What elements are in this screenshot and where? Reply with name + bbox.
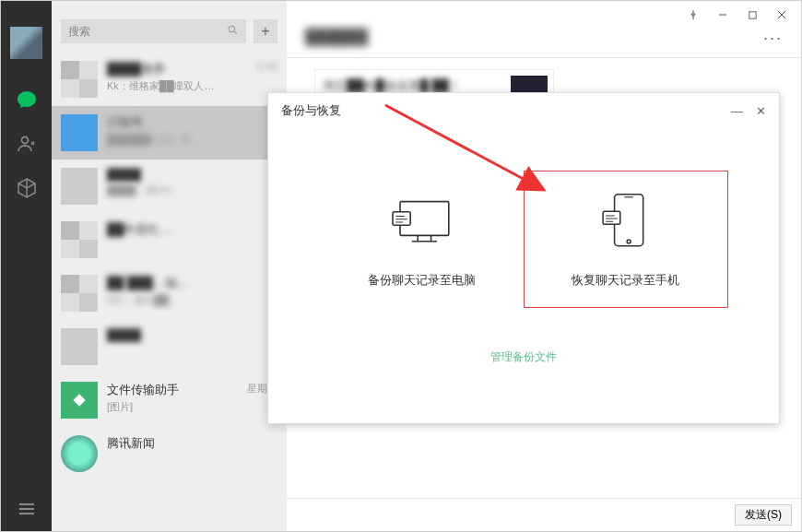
avatar[interactable] — [10, 27, 42, 59]
svg-point-6 — [627, 240, 631, 243]
nav-bar — [1, 1, 52, 531]
backup-to-pc-option[interactable]: 备份聊天记录至电脑 — [321, 171, 524, 307]
manage-backup-link[interactable]: 管理备份文件 — [490, 350, 557, 363]
dialog-title: 备份与恢复 — [281, 102, 341, 119]
chat-preview: 003：撤回██… — [107, 293, 277, 307]
menu-icon[interactable] — [15, 497, 39, 521]
chat-preview: ████：[图片] — [107, 183, 277, 197]
chat-title: 文件传输助手 — [107, 382, 179, 398]
chat-title: 腾讯新闻 — [107, 435, 155, 452]
chat-item[interactable]: ████惠券9:28Kk：维格家██瞳双人… — [52, 53, 287, 106]
contacts-icon[interactable] — [15, 132, 39, 156]
restore-to-phone-option[interactable]: 恢复聊天记录至手机 — [525, 171, 727, 307]
svg-point-0 — [21, 137, 28, 144]
collection-icon[interactable] — [15, 176, 39, 200]
chat-title: ██ ███…福… — [107, 275, 189, 291]
titlebar — [287, 1, 801, 29]
chat-list: ████惠券9:28Kk：维格家██瞳双人…订阅号██████红包］零…████… — [52, 53, 287, 531]
search-placeholder: 搜索 — [68, 24, 90, 40]
chat-item[interactable]: 文件传输助手星期…[图片] — [52, 373, 287, 427]
chat-header-name: ██████ — [305, 29, 368, 45]
chat-title: ████惠券 — [107, 61, 165, 77]
restore-label: 恢复聊天记录至手机 — [525, 272, 727, 289]
chat-preview: [图片] — [107, 400, 277, 414]
chat-avatar — [61, 114, 98, 151]
chat-avatar — [61, 435, 98, 472]
chat-avatar — [61, 275, 98, 312]
chat-title: 订阅号 — [107, 114, 143, 131]
chat-preview: ██████红包］零… — [107, 133, 277, 147]
chat-item[interactable]: ████ — [52, 320, 287, 373]
chat-avatar — [61, 61, 98, 98]
chat-preview: Kk：维格家██瞳双人… — [107, 79, 277, 93]
svg-rect-4 — [393, 211, 410, 224]
chat-time: 9:28 — [258, 61, 277, 77]
chat-title: ████ — [107, 328, 141, 342]
backup-label: 备份聊天记录至电脑 — [321, 272, 524, 289]
chat-item[interactable]: ██外卖红… — [52, 213, 287, 266]
chat-item[interactable]: ████████：[图片] — [52, 160, 287, 213]
chat-item[interactable]: ██ ███…福…003：撤回██… — [52, 266, 287, 320]
dialog-close-icon[interactable]: ✕ — [756, 104, 766, 118]
chat-avatar — [61, 221, 98, 258]
chat-avatar — [61, 168, 98, 205]
minimize-icon[interactable] — [716, 8, 729, 21]
svg-rect-7 — [603, 211, 620, 224]
backup-restore-dialog: 备份与恢复 — ✕ 备份聊天记录至电脑 恢复聊天记录至手机 — [267, 92, 780, 424]
chat-avatar — [61, 328, 98, 365]
svg-rect-2 — [749, 11, 755, 18]
search-input[interactable]: 搜索 — [61, 19, 246, 43]
add-button[interactable]: + — [254, 19, 277, 43]
chat-sidebar: 搜索 + ████惠券9:28Kk：维格家██瞳双人…订阅号██████红包］零… — [52, 1, 287, 531]
chat-icon[interactable] — [15, 88, 39, 112]
svg-point-1 — [229, 26, 235, 32]
chat-item[interactable]: 腾讯新闻 — [52, 427, 287, 480]
pin-icon[interactable] — [687, 8, 700, 21]
more-icon[interactable]: ··· — [763, 29, 783, 48]
dialog-minimize-icon[interactable]: — — [731, 104, 743, 118]
chat-item[interactable]: 订阅号██████红包］零… — [52, 106, 287, 160]
maximize-icon[interactable] — [746, 8, 759, 21]
chat-title: ██外卖红… — [107, 221, 171, 238]
send-button[interactable]: 发送(S) — [735, 504, 792, 526]
search-icon — [227, 24, 239, 39]
chat-avatar — [61, 382, 98, 419]
close-icon[interactable] — [775, 8, 788, 21]
chat-title: ████ — [107, 168, 141, 182]
